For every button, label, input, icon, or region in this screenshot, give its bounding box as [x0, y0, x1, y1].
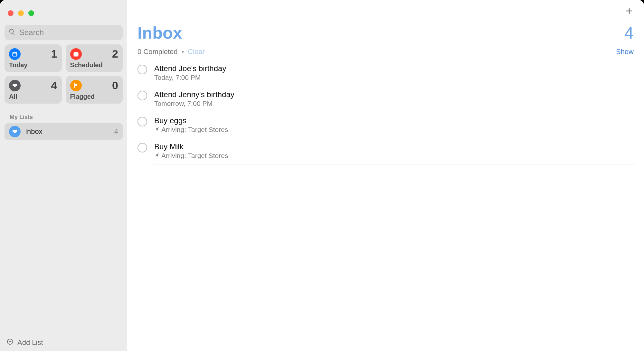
- list-title: Inbox: [137, 23, 182, 42]
- sidebar: 1 Today 2 Scheduled 4: [0, 0, 127, 351]
- my-lists-header: My Lists: [5, 111, 123, 123]
- window-zoom-button[interactable]: [28, 10, 34, 16]
- location-arrow-icon: [154, 126, 159, 134]
- search-icon: [8, 28, 15, 37]
- smart-list-today-label: Today: [9, 61, 57, 69]
- reminder-title: Attend Joe's birthday: [154, 64, 636, 73]
- svg-point-4: [75, 53, 76, 54]
- sidebar-list-inbox-count: 4: [114, 127, 118, 136]
- reminder-row[interactable]: Attend Jenny's birthday Tomorrow, 7:00 P…: [137, 86, 636, 112]
- calendar-today-icon: [9, 48, 21, 60]
- smart-list-all-label: All: [9, 93, 57, 100]
- sidebar-list-inbox[interactable]: Inbox 4: [5, 123, 123, 140]
- main-pane: Inbox 4 0 Completed • Clear Show Attend …: [127, 0, 644, 351]
- smart-list-all[interactable]: 4 All: [5, 76, 62, 104]
- reminder-title: Buy eggs: [154, 116, 636, 125]
- add-list-button[interactable]: Add List: [5, 334, 123, 348]
- sidebar-list-inbox-name: Inbox: [25, 127, 110, 136]
- reminder-checkbox[interactable]: [137, 117, 147, 126]
- svg-point-7: [75, 55, 76, 55]
- smart-list-all-count: 4: [51, 79, 57, 92]
- completed-count-label: 0 Completed: [137, 48, 178, 56]
- completed-bar: 0 Completed • Clear Show: [135, 42, 636, 60]
- smart-list-flagged-count: 0: [112, 79, 118, 92]
- list-count: 4: [624, 23, 634, 42]
- window-controls: [5, 6, 123, 25]
- smart-list-scheduled-count: 2: [112, 48, 118, 60]
- window-close-button[interactable]: [8, 10, 14, 16]
- window-minimize-button[interactable]: [18, 10, 24, 16]
- add-reminder-button[interactable]: [625, 6, 634, 17]
- smart-list-scheduled[interactable]: 2 Scheduled: [66, 44, 123, 72]
- svg-rect-1: [13, 53, 16, 56]
- svg-point-6: [74, 55, 75, 55]
- svg-point-3: [74, 53, 75, 54]
- show-completed-button[interactable]: Show: [616, 48, 634, 56]
- reminder-checkbox[interactable]: [137, 91, 147, 100]
- reminder-subtitle: Tomorrow, 7:00 PM: [154, 100, 636, 107]
- inbox-list-icon: [9, 126, 21, 137]
- reminder-row[interactable]: Buy Milk Arriving: Target Stores: [137, 138, 636, 164]
- flag-icon: [70, 80, 82, 91]
- separator-dot: •: [182, 48, 184, 56]
- search-field[interactable]: [5, 25, 123, 40]
- toolbar: [135, 0, 636, 17]
- reminder-checkbox[interactable]: [137, 65, 147, 74]
- reminder-subtitle: Arriving: Target Stores: [154, 152, 636, 160]
- reminder-row[interactable]: Buy eggs Arriving: Target Stores: [137, 112, 636, 138]
- reminders-list: Attend Joe's birthday Today, 7:00 PM Att…: [135, 60, 636, 164]
- app-window: 1 Today 2 Scheduled 4: [0, 0, 644, 351]
- svg-point-5: [77, 53, 77, 54]
- list-header: Inbox 4: [135, 17, 636, 42]
- smart-list-flagged-label: Flagged: [70, 93, 118, 100]
- search-input[interactable]: [19, 28, 119, 37]
- reminder-title: Buy Milk: [154, 142, 636, 151]
- reminder-subtitle: Today, 7:00 PM: [154, 74, 636, 81]
- reminder-checkbox[interactable]: [137, 143, 147, 152]
- smart-list-cards: 1 Today 2 Scheduled 4: [5, 44, 123, 104]
- location-arrow-icon: [154, 152, 159, 160]
- add-list-label: Add List: [17, 338, 43, 347]
- smart-list-today-count: 1: [51, 48, 57, 60]
- reminder-title: Attend Jenny's birthday: [154, 90, 636, 99]
- smart-list-today[interactable]: 1 Today: [5, 44, 62, 72]
- clear-completed-button[interactable]: Clear: [188, 48, 205, 56]
- reminder-row[interactable]: Attend Joe's birthday Today, 7:00 PM: [137, 60, 636, 86]
- plus-circle-icon: [6, 338, 14, 347]
- reminder-subtitle: Arriving: Target Stores: [154, 126, 636, 134]
- smart-list-scheduled-label: Scheduled: [70, 61, 118, 69]
- smart-list-flagged[interactable]: 0 Flagged: [66, 76, 123, 104]
- tray-icon: [9, 80, 21, 91]
- calendar-icon: [70, 48, 82, 60]
